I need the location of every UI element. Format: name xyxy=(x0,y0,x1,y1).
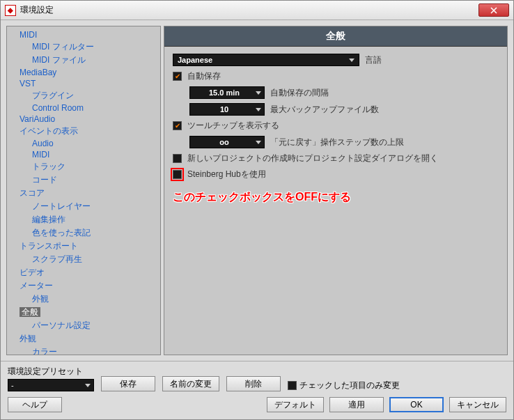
tree-item[interactable]: MIDI xyxy=(20,29,159,40)
tree-item[interactable]: MediaBay xyxy=(20,67,159,78)
tree-item[interactable]: 外観 xyxy=(20,332,159,345)
tooltips-checkbox[interactable] xyxy=(173,121,182,130)
language-value: Japanese xyxy=(178,56,212,64)
annotation-text: このチェックボックスをOFFにする xyxy=(173,190,499,205)
undo-steps-field[interactable]: oo xyxy=(189,136,265,148)
app-icon: ◆ xyxy=(5,5,16,16)
apply-button[interactable]: 適用 xyxy=(329,397,384,412)
max-backup-field[interactable]: 10 xyxy=(189,103,265,116)
tree-item[interactable]: コード xyxy=(32,173,159,187)
tree-item[interactable]: ノートレイヤー xyxy=(32,200,159,213)
tree-item[interactable]: VariAudio xyxy=(20,114,159,125)
only-checked-checkbox[interactable] xyxy=(288,381,297,390)
tree-item[interactable]: VST xyxy=(20,78,159,89)
undo-steps-label: 「元に戻す」操作ステップ数の上限 xyxy=(270,137,404,148)
tree-item[interactable]: パーソナル設定 xyxy=(32,319,159,332)
cancel-button[interactable]: キャンセル xyxy=(449,397,506,412)
close-button[interactable] xyxy=(478,3,509,17)
help-button[interactable]: ヘルプ xyxy=(8,397,62,412)
tree-item[interactable]: 編集操作 xyxy=(32,213,159,226)
tree-item[interactable]: スクラブ再生 xyxy=(32,253,159,266)
steinberg-hub-label: Steinberg Hubを使用 xyxy=(187,169,266,180)
window-title: 環境設定 xyxy=(20,4,478,16)
ok-button[interactable]: OK xyxy=(389,397,444,412)
footer: 環境設定プリセット - 保存 名前の変更 削除 チェックした項目のみ変更 ヘルプ… xyxy=(1,361,513,419)
tree-item[interactable]: メーター xyxy=(20,279,159,293)
tree-item[interactable]: Audio xyxy=(32,138,159,149)
only-checked-label: チェックした項目のみ変更 xyxy=(299,380,400,391)
panel-header: 全般 xyxy=(164,26,507,47)
default-button[interactable]: デフォルト xyxy=(267,397,324,412)
tree-item[interactable]: イベントの表示 xyxy=(20,125,159,138)
chevron-down-icon xyxy=(256,108,261,111)
autosave-interval-label: 自動保存の間隔 xyxy=(270,87,329,99)
tree-item[interactable]: MIDI フィルター xyxy=(32,40,159,54)
steinberg-hub-checkbox[interactable] xyxy=(173,170,182,179)
category-tree[interactable]: MIDIMIDI フィルターMIDI ファイルMediaBayVSTプラグインC… xyxy=(6,26,161,355)
chevron-down-icon xyxy=(349,59,355,62)
autosave-label: 自動保存 xyxy=(187,70,221,82)
tree-item[interactable]: Control Room xyxy=(32,102,159,114)
autosave-interval-field[interactable]: 15.0 min xyxy=(189,86,265,99)
delete-preset-button[interactable]: 削除 xyxy=(226,376,281,391)
tree-item[interactable]: 色を使った表記 xyxy=(32,226,159,240)
chevron-down-icon xyxy=(85,384,91,387)
tree-item[interactable]: 外観 xyxy=(32,293,159,306)
max-backup-label: 最大バックアップファイル数 xyxy=(270,104,379,116)
tree-item[interactable]: ビデオ xyxy=(20,266,159,279)
tooltips-label: ツールチップを表示する xyxy=(187,120,279,132)
tree-item[interactable]: MIDI ファイル xyxy=(32,54,159,67)
preset-select[interactable]: - xyxy=(8,379,94,391)
tree-item[interactable]: MIDI xyxy=(32,149,159,160)
titlebar: ◆ 環境設定 xyxy=(1,1,513,20)
save-preset-button[interactable]: 保存 xyxy=(101,376,155,391)
tree-item[interactable]: プラグイン xyxy=(32,89,159,102)
tree-item[interactable]: トラック xyxy=(32,160,159,173)
chevron-down-icon xyxy=(256,141,261,144)
language-label: 言語 xyxy=(365,54,382,66)
tree-item[interactable]: トランスポート xyxy=(20,240,159,253)
language-select[interactable]: Japanese xyxy=(173,54,359,66)
preset-label: 環境設定プリセット xyxy=(8,366,94,378)
rename-preset-button[interactable]: 名前の変更 xyxy=(162,376,219,391)
tree-item[interactable]: 全般 xyxy=(20,306,159,319)
chevron-down-icon xyxy=(256,91,261,95)
preferences-window: ◆ 環境設定 MIDIMIDI フィルターMIDI ファイルMediaBayVS… xyxy=(0,0,514,420)
tree-item[interactable]: カラー xyxy=(32,345,159,355)
tree-item[interactable]: スコア xyxy=(20,187,159,200)
close-icon xyxy=(490,7,497,14)
settings-panel: 全般 Japanese 言語 自動保存 15.0 min xyxy=(164,26,508,355)
project-dialog-label: 新しいプロジェクトの作成時にプロジェクト設定ダイアログを開く xyxy=(187,153,438,164)
project-dialog-checkbox[interactable] xyxy=(173,154,182,163)
autosave-checkbox[interactable] xyxy=(173,72,182,81)
